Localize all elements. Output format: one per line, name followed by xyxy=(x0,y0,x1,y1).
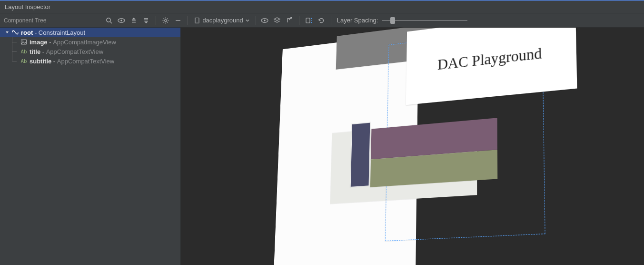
textview-icon: Ab xyxy=(20,48,28,55)
node-name: subtitle xyxy=(30,58,51,65)
process-name: dacplayground xyxy=(202,17,243,24)
svg-point-21 xyxy=(264,20,266,21)
window-titlebar: Layout Inspector xyxy=(0,0,644,13)
constraint-layout-icon xyxy=(11,29,19,36)
svg-line-16 xyxy=(164,22,165,23)
node-class: AppCompatImageView xyxy=(53,39,116,46)
svg-rect-4 xyxy=(132,20,136,21)
search-icon[interactable] xyxy=(103,15,115,26)
isolate-view-icon[interactable] xyxy=(259,15,270,26)
tree-node-title[interactable]: Ab title - AppCompatTextView xyxy=(0,47,180,56)
node-name: root xyxy=(21,29,33,36)
svg-rect-19 xyxy=(197,22,198,22)
tree-node-subtitle[interactable]: Ab subtitle - AppCompatTextView xyxy=(0,56,180,66)
svg-rect-17 xyxy=(176,20,180,20)
refresh-icon[interactable] xyxy=(316,15,327,26)
layer-navy-block[interactable] xyxy=(350,122,370,187)
tree-node-root[interactable]: root - ConstraintLayout xyxy=(0,28,180,37)
svg-point-3 xyxy=(121,20,123,21)
tree-node-image[interactable]: image - AppCompatImageView xyxy=(0,37,180,47)
textview-icon: Ab xyxy=(20,57,28,65)
toolbar: Component Tree dacplayground xyxy=(0,13,644,28)
node-class: AppCompatTextView xyxy=(46,48,103,55)
node-name: image xyxy=(30,39,48,46)
title-card-text: DAC Playground xyxy=(437,44,542,73)
layer-spacing-slider[interactable] xyxy=(382,16,467,25)
component-tree: root - ConstraintLayout image - AppCompa… xyxy=(0,28,181,265)
slider-thumb[interactable] xyxy=(390,17,395,24)
eye-icon[interactable] xyxy=(116,15,127,26)
hide-panel-icon[interactable] xyxy=(172,15,184,26)
svg-line-1 xyxy=(110,21,112,23)
chevron-down-icon xyxy=(245,18,250,23)
gear-icon[interactable] xyxy=(160,15,171,26)
process-selector[interactable]: dacplayground xyxy=(191,15,252,26)
chevron-down-icon[interactable] xyxy=(4,30,10,35)
svg-rect-7 xyxy=(144,20,148,20)
svg-point-0 xyxy=(107,18,110,21)
svg-rect-22 xyxy=(306,18,310,23)
svg-point-24 xyxy=(22,41,23,41)
layout-3d-canvas[interactable]: DAC Playground xyxy=(181,28,644,265)
export-icon[interactable] xyxy=(284,15,295,26)
component-tree-label: Component Tree xyxy=(0,17,46,24)
svg-rect-6 xyxy=(144,18,148,19)
expand-all-icon[interactable] xyxy=(128,15,139,26)
window-title: Layout Inspector xyxy=(5,3,50,10)
node-class: AppCompatTextView xyxy=(57,58,114,65)
device-icon xyxy=(194,17,200,24)
svg-line-13 xyxy=(164,18,165,19)
node-name: title xyxy=(30,48,40,55)
layers-icon[interactable] xyxy=(271,15,283,26)
live-updates-icon[interactable] xyxy=(303,15,315,26)
layer-title-card[interactable]: DAC Playground xyxy=(406,28,577,105)
svg-rect-5 xyxy=(132,22,136,22)
svg-line-15 xyxy=(167,18,168,19)
collapse-all-icon[interactable] xyxy=(140,15,152,26)
layer-spacing-label: Layer Spacing: xyxy=(337,17,378,24)
svg-point-8 xyxy=(165,19,167,21)
image-icon xyxy=(20,38,28,46)
svg-line-14 xyxy=(167,22,168,23)
node-class: ConstraintLayout xyxy=(39,29,85,36)
